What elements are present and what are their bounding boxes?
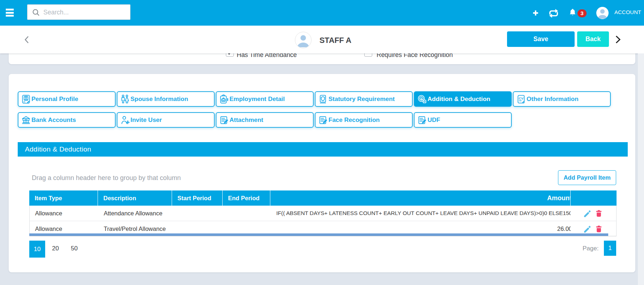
svg-text:CV: CV — [519, 97, 524, 100]
svg-text:$: $ — [420, 97, 422, 101]
